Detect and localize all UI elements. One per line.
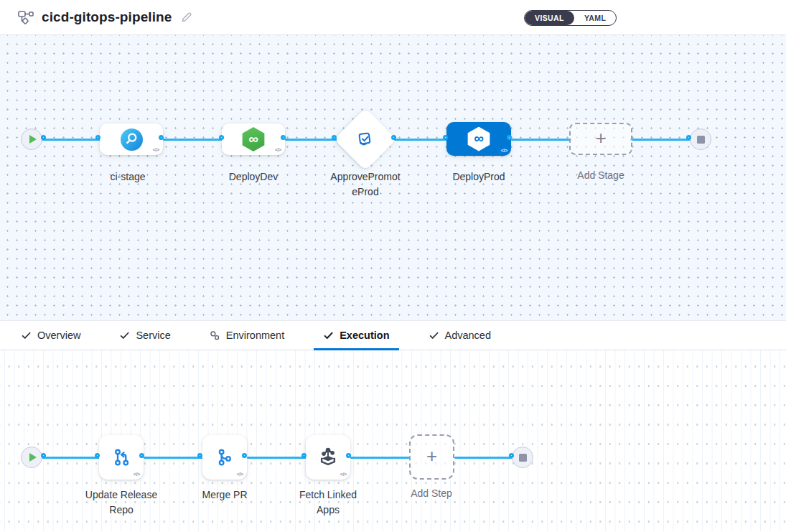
execution-start-node [21,447,42,468]
connector-port[interactable] [346,453,351,458]
edit-pencil-icon[interactable] [180,11,193,24]
connector-port[interactable] [219,135,224,140]
code-icon: </> [237,471,243,477]
tab-environment[interactable]: Environment [200,321,294,350]
connector-port[interactable] [242,453,247,458]
stage-canvas[interactable]: </> ci-stage ∞ </> DeployDev ApproveProm… [0,35,786,320]
code-icon: </> [501,147,507,154]
toggle-yaml[interactable]: YAML [574,11,616,25]
connector-port[interactable] [391,135,396,140]
code-icon: </> [134,471,140,477]
tab-overview[interactable]: Overview [11,321,90,350]
connector-port[interactable] [332,135,337,140]
connector-port[interactable] [443,135,448,140]
connector-line [394,139,448,141]
environment-icon [210,330,220,341]
ci-stage-icon [121,129,143,151]
pipeline-end-node [690,129,711,150]
fetch-linked-apps-icon [317,446,340,469]
cd-stage-icon: ∞ [242,127,265,151]
connector-line [163,139,224,141]
execution-end-node [512,447,533,468]
code-icon: </> [153,146,159,153]
connector-port[interactable] [139,453,144,458]
connector-port[interactable] [281,135,286,140]
tab-execution[interactable]: Execution [314,321,398,350]
connector-line [247,457,307,459]
approval-icon [343,117,388,162]
stage-card-deployprod[interactable]: ∞ </> [446,122,511,156]
plus-icon: + [426,447,437,465]
play-icon [29,453,37,462]
add-stage-label: Add Stage [554,168,647,183]
connector-line [42,139,101,141]
stop-icon [519,454,527,462]
plus-icon: + [595,129,606,147]
pipeline-start-node [21,129,42,150]
stage-label: ApprovePromot eProd [319,169,412,200]
connector-port[interactable] [95,135,100,140]
pipeline-header: cicd-gitops-pipeline VISUAL YAML [0,0,786,35]
step-label: Merge PR [178,487,271,503]
connector-port[interactable] [301,453,307,458]
check-icon [119,330,130,341]
stage-label: ci-stage [81,169,174,185]
add-step-button[interactable]: + [409,434,454,480]
connector-port[interactable] [197,453,202,458]
step-label: Update Release Repo [75,487,168,518]
add-step-label: Add Step [385,486,478,501]
toggle-visual[interactable]: VISUAL [525,11,574,25]
pipeline-flowchart-icon [17,9,34,26]
step-card-update-release-repo[interactable]: </> [99,435,144,480]
execution-canvas[interactable]: </> Update Release Repo </> Merge PR </>… [0,350,786,531]
connector-port[interactable] [507,135,512,140]
stage-card-deploydev[interactable]: ∞ </> [222,123,285,155]
check-icon [429,330,439,341]
tab-advanced[interactable]: Advanced [419,321,501,350]
connector-port[interactable] [509,453,514,458]
connector-line [350,457,410,459]
stage-label: DeployProd [432,169,525,185]
stage-label: DeployDev [207,169,300,185]
connector-port[interactable] [686,135,691,140]
connector-port[interactable] [41,135,46,140]
connector-line [454,457,515,459]
connector-line [511,139,571,141]
code-icon: </> [340,471,347,477]
step-card-fetch-linked-apps[interactable]: </> [306,435,350,480]
update-release-repo-icon [111,447,132,468]
connector-line [144,457,203,459]
step-label: Fetch Linked Apps [281,487,375,518]
visual-yaml-toggle: VISUAL YAML [524,10,617,26]
connector-port[interactable] [41,453,46,458]
connector-line [42,457,101,459]
pipeline-title: cicd-gitops-pipeline [42,9,172,25]
connector-port[interactable] [95,453,100,458]
connector-port[interactable] [159,135,164,140]
stop-icon [697,136,705,144]
stage-card-approvepromoteprod[interactable] [343,117,388,162]
add-stage-button[interactable]: + [569,123,632,155]
step-card-merge-pr[interactable]: </> [202,435,247,480]
stage-config-tabbar: Overview Service Environment Execution A… [0,320,786,350]
check-icon [21,330,32,341]
check-icon [323,330,334,341]
stage-card-ci-stage[interactable]: </> [100,123,163,155]
play-icon [29,135,37,144]
connector-line [285,139,337,141]
merge-pr-icon [214,447,235,468]
cd-stage-icon-selected: ∞ [467,127,490,151]
tab-service[interactable]: Service [110,321,179,350]
connector-line [630,139,691,141]
code-icon: </> [275,146,281,153]
